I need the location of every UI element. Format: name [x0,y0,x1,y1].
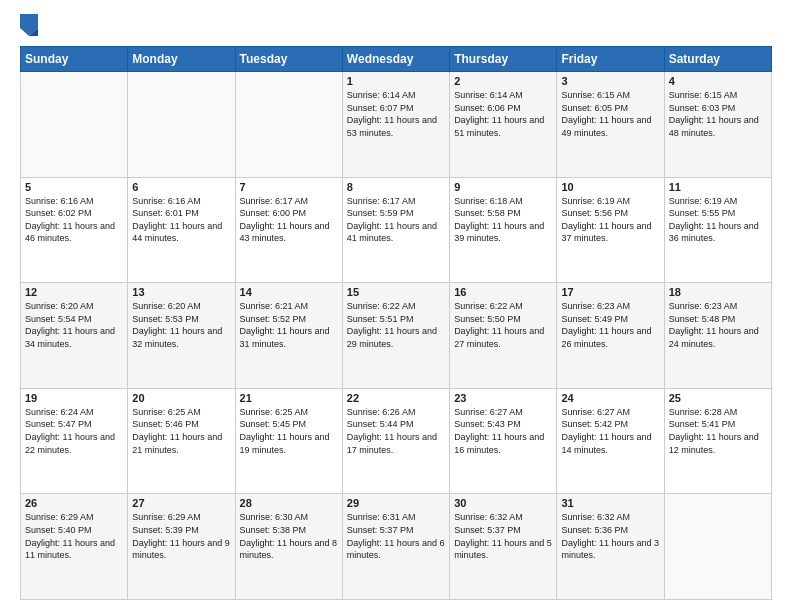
day-number: 14 [240,286,338,298]
day-number: 20 [132,392,230,404]
calendar-week-row: 12Sunrise: 6:20 AM Sunset: 5:54 PM Dayli… [21,283,772,389]
day-number: 27 [132,497,230,509]
weekday-header: Sunday [21,47,128,72]
calendar-page: SundayMondayTuesdayWednesdayThursdayFrid… [0,0,792,612]
calendar-cell: 14Sunrise: 6:21 AM Sunset: 5:52 PM Dayli… [235,283,342,389]
day-info: Sunrise: 6:15 AM Sunset: 6:05 PM Dayligh… [561,89,659,139]
calendar-cell: 25Sunrise: 6:28 AM Sunset: 5:41 PM Dayli… [664,388,771,494]
calendar-table: SundayMondayTuesdayWednesdayThursdayFrid… [20,46,772,600]
day-number: 19 [25,392,123,404]
day-number: 6 [132,181,230,193]
day-info: Sunrise: 6:21 AM Sunset: 5:52 PM Dayligh… [240,300,338,350]
day-info: Sunrise: 6:22 AM Sunset: 5:50 PM Dayligh… [454,300,552,350]
day-number: 1 [347,75,445,87]
day-info: Sunrise: 6:23 AM Sunset: 5:48 PM Dayligh… [669,300,767,350]
day-info: Sunrise: 6:24 AM Sunset: 5:47 PM Dayligh… [25,406,123,456]
day-info: Sunrise: 6:25 AM Sunset: 5:46 PM Dayligh… [132,406,230,456]
day-number: 13 [132,286,230,298]
day-info: Sunrise: 6:18 AM Sunset: 5:58 PM Dayligh… [454,195,552,245]
calendar-cell: 5Sunrise: 6:16 AM Sunset: 6:02 PM Daylig… [21,177,128,283]
day-info: Sunrise: 6:19 AM Sunset: 5:55 PM Dayligh… [669,195,767,245]
day-number: 24 [561,392,659,404]
day-info: Sunrise: 6:28 AM Sunset: 5:41 PM Dayligh… [669,406,767,456]
day-info: Sunrise: 6:19 AM Sunset: 5:56 PM Dayligh… [561,195,659,245]
calendar-cell: 10Sunrise: 6:19 AM Sunset: 5:56 PM Dayli… [557,177,664,283]
calendar-cell: 28Sunrise: 6:30 AM Sunset: 5:38 PM Dayli… [235,494,342,600]
calendar-week-row: 26Sunrise: 6:29 AM Sunset: 5:40 PM Dayli… [21,494,772,600]
calendar-cell: 12Sunrise: 6:20 AM Sunset: 5:54 PM Dayli… [21,283,128,389]
day-info: Sunrise: 6:14 AM Sunset: 6:06 PM Dayligh… [454,89,552,139]
day-info: Sunrise: 6:32 AM Sunset: 5:36 PM Dayligh… [561,511,659,561]
calendar-cell: 8Sunrise: 6:17 AM Sunset: 5:59 PM Daylig… [342,177,449,283]
day-info: Sunrise: 6:30 AM Sunset: 5:38 PM Dayligh… [240,511,338,561]
day-number: 22 [347,392,445,404]
day-number: 16 [454,286,552,298]
calendar-cell: 18Sunrise: 6:23 AM Sunset: 5:48 PM Dayli… [664,283,771,389]
day-info: Sunrise: 6:29 AM Sunset: 5:39 PM Dayligh… [132,511,230,561]
calendar-week-row: 5Sunrise: 6:16 AM Sunset: 6:02 PM Daylig… [21,177,772,283]
calendar-cell: 4Sunrise: 6:15 AM Sunset: 6:03 PM Daylig… [664,72,771,178]
day-number: 23 [454,392,552,404]
calendar-cell: 19Sunrise: 6:24 AM Sunset: 5:47 PM Dayli… [21,388,128,494]
calendar-cell: 31Sunrise: 6:32 AM Sunset: 5:36 PM Dayli… [557,494,664,600]
day-info: Sunrise: 6:27 AM Sunset: 5:42 PM Dayligh… [561,406,659,456]
calendar-cell: 22Sunrise: 6:26 AM Sunset: 5:44 PM Dayli… [342,388,449,494]
weekday-header: Thursday [450,47,557,72]
day-info: Sunrise: 6:17 AM Sunset: 6:00 PM Dayligh… [240,195,338,245]
weekday-header: Friday [557,47,664,72]
calendar-cell: 15Sunrise: 6:22 AM Sunset: 5:51 PM Dayli… [342,283,449,389]
day-number: 10 [561,181,659,193]
day-info: Sunrise: 6:26 AM Sunset: 5:44 PM Dayligh… [347,406,445,456]
calendar-cell [21,72,128,178]
calendar-cell: 9Sunrise: 6:18 AM Sunset: 5:58 PM Daylig… [450,177,557,283]
weekday-header: Monday [128,47,235,72]
day-info: Sunrise: 6:15 AM Sunset: 6:03 PM Dayligh… [669,89,767,139]
calendar-cell: 6Sunrise: 6:16 AM Sunset: 6:01 PM Daylig… [128,177,235,283]
day-number: 28 [240,497,338,509]
calendar-cell: 24Sunrise: 6:27 AM Sunset: 5:42 PM Dayli… [557,388,664,494]
day-number: 30 [454,497,552,509]
weekday-header: Wednesday [342,47,449,72]
day-number: 4 [669,75,767,87]
day-info: Sunrise: 6:25 AM Sunset: 5:45 PM Dayligh… [240,406,338,456]
day-info: Sunrise: 6:32 AM Sunset: 5:37 PM Dayligh… [454,511,552,561]
calendar-cell: 21Sunrise: 6:25 AM Sunset: 5:45 PM Dayli… [235,388,342,494]
calendar-cell [235,72,342,178]
calendar-cell: 29Sunrise: 6:31 AM Sunset: 5:37 PM Dayli… [342,494,449,600]
day-number: 7 [240,181,338,193]
day-info: Sunrise: 6:22 AM Sunset: 5:51 PM Dayligh… [347,300,445,350]
day-number: 31 [561,497,659,509]
calendar-cell: 7Sunrise: 6:17 AM Sunset: 6:00 PM Daylig… [235,177,342,283]
day-number: 15 [347,286,445,298]
calendar-cell: 13Sunrise: 6:20 AM Sunset: 5:53 PM Dayli… [128,283,235,389]
weekday-header: Tuesday [235,47,342,72]
day-number: 3 [561,75,659,87]
calendar-cell [128,72,235,178]
calendar-week-row: 19Sunrise: 6:24 AM Sunset: 5:47 PM Dayli… [21,388,772,494]
day-number: 12 [25,286,123,298]
day-number: 18 [669,286,767,298]
calendar-cell: 16Sunrise: 6:22 AM Sunset: 5:50 PM Dayli… [450,283,557,389]
calendar-cell: 27Sunrise: 6:29 AM Sunset: 5:39 PM Dayli… [128,494,235,600]
day-number: 21 [240,392,338,404]
day-number: 5 [25,181,123,193]
logo-icon [20,14,38,36]
calendar-cell: 3Sunrise: 6:15 AM Sunset: 6:05 PM Daylig… [557,72,664,178]
weekday-header-row: SundayMondayTuesdayWednesdayThursdayFrid… [21,47,772,72]
day-info: Sunrise: 6:23 AM Sunset: 5:49 PM Dayligh… [561,300,659,350]
day-info: Sunrise: 6:31 AM Sunset: 5:37 PM Dayligh… [347,511,445,561]
day-number: 25 [669,392,767,404]
header [20,16,772,36]
day-info: Sunrise: 6:16 AM Sunset: 6:02 PM Dayligh… [25,195,123,245]
calendar-cell: 20Sunrise: 6:25 AM Sunset: 5:46 PM Dayli… [128,388,235,494]
day-info: Sunrise: 6:20 AM Sunset: 5:53 PM Dayligh… [132,300,230,350]
calendar-cell: 30Sunrise: 6:32 AM Sunset: 5:37 PM Dayli… [450,494,557,600]
day-number: 11 [669,181,767,193]
day-info: Sunrise: 6:20 AM Sunset: 5:54 PM Dayligh… [25,300,123,350]
calendar-cell: 1Sunrise: 6:14 AM Sunset: 6:07 PM Daylig… [342,72,449,178]
day-number: 17 [561,286,659,298]
weekday-header: Saturday [664,47,771,72]
day-number: 26 [25,497,123,509]
calendar-week-row: 1Sunrise: 6:14 AM Sunset: 6:07 PM Daylig… [21,72,772,178]
calendar-cell [664,494,771,600]
